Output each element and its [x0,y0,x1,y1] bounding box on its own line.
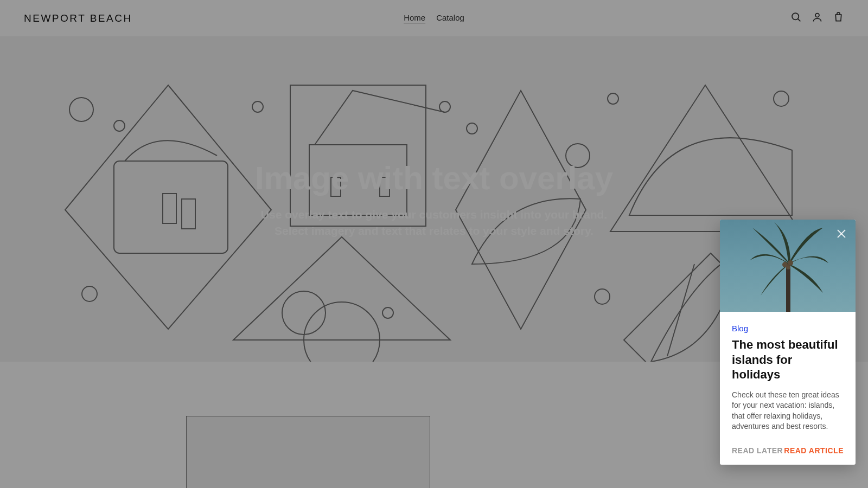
image-placeholder [186,416,430,488]
palm-tree-image [742,220,834,312]
svg-point-2 [815,14,819,17]
cart-icon[interactable] [833,11,844,25]
svg-line-1 [798,19,801,22]
close-icon[interactable] [835,227,848,240]
popup-actions: READ LATER READ ARTICLE [732,446,844,455]
blog-popup: Blog The most beautiful islands for holi… [720,220,856,465]
read-article-button[interactable]: READ ARTICLE [784,446,844,455]
header-icons [790,11,844,25]
read-later-button[interactable]: READ LATER [732,446,783,455]
hero-subtitle: Use overlay text to give your customers … [258,207,610,239]
site-header: NEWPORT BEACH Home Catalog [0,0,868,36]
nav-catalog[interactable]: Catalog [436,13,464,23]
svg-point-35 [786,265,790,269]
popup-body: Blog The most beautiful islands for holi… [720,312,856,465]
main-nav: Home Catalog [404,13,464,23]
svg-point-0 [792,13,799,20]
nav-home[interactable]: Home [404,13,425,23]
svg-point-34 [788,260,793,266]
account-icon[interactable] [812,11,823,25]
popup-image [720,220,856,312]
popup-description: Check out these ten great ideas for your… [732,390,844,432]
svg-rect-32 [786,263,790,312]
hero-title: Image with text overlay [255,159,613,197]
popup-category-link[interactable]: Blog [732,324,844,333]
popup-title: The most beautiful islands for holidays [732,337,844,382]
search-icon[interactable] [790,11,802,25]
site-logo[interactable]: NEWPORT BEACH [24,12,132,24]
